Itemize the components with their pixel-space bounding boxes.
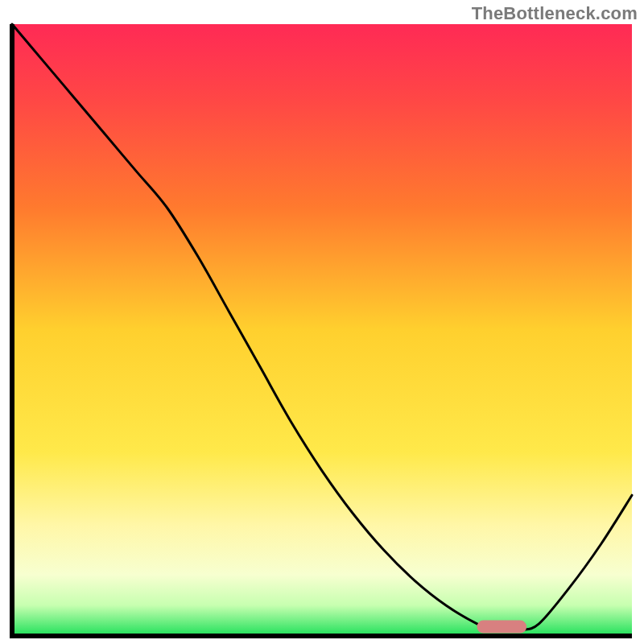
chart-stage: TheBottleneck.com bbox=[0, 0, 644, 644]
bottleneck-chart bbox=[0, 0, 644, 644]
gradient-background bbox=[12, 24, 632, 636]
optimal-range-marker bbox=[477, 621, 527, 634]
